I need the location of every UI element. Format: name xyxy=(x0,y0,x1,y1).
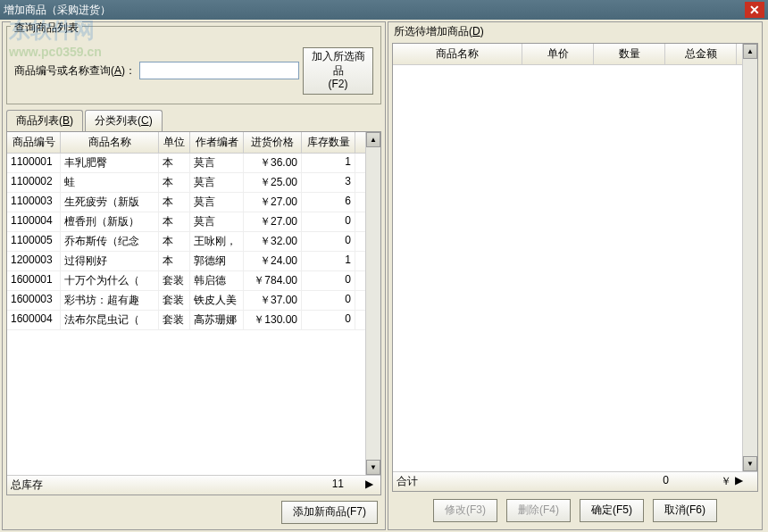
th-r-qty[interactable]: 数量 xyxy=(594,44,665,64)
table-row[interactable]: 1100001丰乳肥臀本莫言￥36.001 xyxy=(7,154,365,173)
add-selected-button[interactable]: 加入所选商品(F2) xyxy=(303,47,373,95)
table-row[interactable]: 1100002蛙本莫言￥25.003 xyxy=(7,173,365,193)
table-row[interactable]: 1200003过得刚好本郭德纲￥24.001 xyxy=(7,252,365,271)
th-stock[interactable]: 库存数量 xyxy=(302,132,355,153)
product-table: 商品编号 商品名称 单位 作者编者 进货价格 库存数量 1100001丰乳肥臀本… xyxy=(6,131,381,496)
th-r-total[interactable]: 总金额 xyxy=(665,44,737,64)
table-row[interactable]: 1600003彩书坊：超有趣套装铁皮人美￥37.000 xyxy=(7,291,365,311)
th-unit[interactable]: 单位 xyxy=(159,132,190,153)
right-panel: 所选待增加商品(D) 商品名称 单价 数量 总金额 ▲ ▼ xyxy=(388,21,763,530)
titlebar: 增加商品（采购进货） ✕ xyxy=(0,0,768,20)
scroll-up-icon[interactable]: ▲ xyxy=(743,44,757,59)
table-row[interactable]: 1600004法布尔昆虫记（套装高苏珊娜￥130.000 xyxy=(7,311,365,330)
table-row[interactable]: 1100005乔布斯传（纪念本王咏刚，￥32.000 xyxy=(7,232,365,252)
search-legend: 查询商品列表 xyxy=(11,21,82,28)
selected-table: 商品名称 单价 数量 总金额 ▲ ▼ 合计 0 ￥ ▶ xyxy=(392,43,758,492)
scrollbar-vertical[interactable]: ▲ ▼ xyxy=(742,44,757,471)
footer-stock-value: 11 xyxy=(43,478,362,493)
footer-stock-label: 总库存 xyxy=(11,478,43,493)
add-new-product-button[interactable]: 添加新商品(F7) xyxy=(281,501,378,524)
close-icon: ✕ xyxy=(749,3,760,17)
selected-legend: 所选待增加商品(D) xyxy=(394,25,484,37)
tabs: 商品列表(B) 分类列表(C) xyxy=(3,110,385,131)
scroll-down-icon[interactable]: ▼ xyxy=(743,456,757,471)
ok-button[interactable]: 确定(F5) xyxy=(580,499,644,522)
search-label: 商品编号或名称查询(A)： xyxy=(14,63,136,79)
scroll-up-icon[interactable]: ▲ xyxy=(366,132,380,147)
th-r-name[interactable]: 商品名称 xyxy=(393,44,522,64)
tab-product-list[interactable]: 商品列表(B) xyxy=(6,110,83,131)
footer-amount-value: ￥ xyxy=(669,474,731,489)
window-title: 增加商品（采购进货） xyxy=(4,3,745,18)
th-price[interactable]: 进货价格 xyxy=(244,132,302,153)
modify-button[interactable]: 修改(F3) xyxy=(433,499,497,522)
close-button[interactable]: ✕ xyxy=(745,2,764,18)
cancel-button[interactable]: 取消(F6) xyxy=(653,499,717,522)
tab-category-list[interactable]: 分类列表(C) xyxy=(85,110,163,131)
delete-button[interactable]: 删除(F4) xyxy=(506,499,571,522)
table-row[interactable]: 1100004檀香刑（新版）本莫言￥27.000 xyxy=(7,212,365,232)
left-panel: 查询商品列表 商品编号或名称查询(A)： 加入所选商品(F2) 商品列表(B) … xyxy=(2,21,386,530)
scroll-down-icon[interactable]: ▼ xyxy=(366,460,380,475)
search-input[interactable] xyxy=(139,62,299,79)
th-name[interactable]: 商品名称 xyxy=(61,132,159,153)
th-author[interactable]: 作者编者 xyxy=(190,132,244,153)
table-row[interactable]: 1100003生死疲劳（新版本莫言￥27.006 xyxy=(7,193,365,212)
th-id[interactable]: 商品编号 xyxy=(7,132,61,153)
footer-total-label: 合计 xyxy=(397,474,526,489)
footer-qty-value: 0 xyxy=(597,474,669,489)
scrollbar-vertical[interactable]: ▲ ▼ xyxy=(365,132,380,476)
table-row[interactable]: 1600001十万个为什么（套装韩启德￥784.000 xyxy=(7,271,365,291)
th-r-price[interactable]: 单价 xyxy=(522,44,594,64)
